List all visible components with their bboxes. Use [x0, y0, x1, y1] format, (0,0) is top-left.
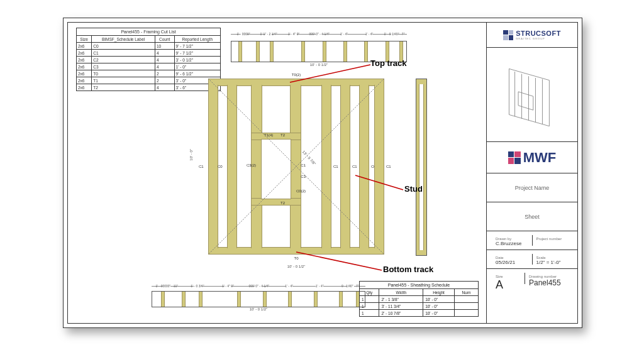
sched-cell: 2' - 10 7/8" [379, 310, 423, 317]
dim-segment: 1' 1" - 2 1/4" [256, 30, 281, 38]
stud-label: C3 [301, 175, 306, 178]
mwf-logo: MWF [487, 142, 577, 173]
stud-label: C1 [301, 163, 306, 167]
sched-cell: 3' - 11 3/4" [379, 303, 423, 310]
sched-h: Height [423, 289, 455, 296]
scale-val: 1/2" = 1'-0" [536, 260, 569, 265]
cutlist-cell: T1 [92, 77, 155, 84]
cutlist-cell: 2 [155, 70, 174, 77]
botview-width: 10' - 0 1/2" [152, 307, 365, 311]
cutlist-cell: T0 [92, 70, 155, 77]
drawn-by-val: C.Bruzzese [496, 241, 528, 246]
title-block: STRUCSOFT GRAITEC GROUP [486, 23, 577, 323]
elevation-width: 10' - 0 1/2" [208, 265, 384, 268]
cutlist-cell: 9' - 7 1/2" [174, 50, 220, 57]
cutlist-cell: 9' - 7 1/2" [174, 43, 220, 50]
stud-mark [263, 292, 267, 307]
stud-mark [364, 41, 368, 62]
cutlist-h3: Reported Length [174, 36, 220, 43]
sched-cell: 1 [360, 303, 379, 310]
cutlist-cell: 2x6 [77, 63, 92, 70]
cripple-label: T1(4) [264, 133, 273, 137]
stud-mark [237, 292, 241, 307]
cutlist-cell: 4 [155, 63, 174, 70]
stud-mark [238, 41, 242, 62]
dim-segment: -000' 0" - 4 1/4" [243, 282, 274, 290]
cutlist-cell: C3 [92, 63, 155, 70]
cutlist-cell: 2x6 [77, 70, 92, 77]
sched-cell: 2' - 1 3/8" [379, 296, 423, 303]
cutlist-h2: Count [155, 36, 174, 43]
elevation-height: 10' - 0" [189, 149, 193, 161]
side-section-view [416, 79, 427, 256]
callout-top-track: Top track [370, 58, 407, 68]
cutlist-cell: 4 [155, 57, 174, 63]
jack-label: C0(2) [296, 189, 306, 193]
stud: C0 [227, 85, 237, 248]
sched-cell: 1 [360, 296, 379, 303]
stud: C1 [340, 85, 350, 248]
project-number-key: Project number [536, 237, 569, 241]
dim-segment: 1' - 4" 0" [281, 30, 306, 38]
stud-mark [314, 292, 318, 307]
dim-segment: 1' - 00000" - 11" [152, 282, 182, 290]
stud-label: C1 [352, 165, 357, 168]
logo-mark-icon [508, 151, 521, 164]
sched-cell [454, 296, 478, 303]
dim-segment: 1' - 4" [274, 282, 304, 290]
cutlist-cell: 2 [155, 77, 174, 84]
sched-cell [454, 310, 478, 317]
stud-mark [288, 292, 292, 307]
sched-cell: 10' - 0" [423, 296, 455, 303]
cutlist-cell: 4 [155, 84, 174, 91]
stud: C1 [321, 85, 331, 248]
stud-mark [161, 292, 165, 307]
sheet-name-field: Sheet [487, 202, 577, 231]
sched-cell [454, 303, 478, 310]
king-stud-right [290, 85, 301, 248]
svg-marker-5 [509, 69, 549, 126]
cutlist-cell: 1' - 0" [174, 63, 220, 70]
drawing-number-val: Panel455 [529, 278, 569, 287]
cutlist-cell: 3' - 0 1/2" [174, 57, 220, 63]
window-opening: T1(4) T2 T2 C3(2) C1 C3 C0(2) [261, 139, 291, 199]
dim-segment: 1' - 0 1/40" - 7" [382, 30, 407, 38]
cutlist-cell: 2x6 [77, 77, 92, 84]
dim-segment: 1' - 4" [304, 282, 335, 290]
dim-segment: 1' - 4" 0" [213, 282, 243, 290]
cutlist-title: Panel455 - Framing Cut List [76, 28, 221, 35]
stud-label: C1 [333, 165, 338, 168]
dim-segment: 1' - 4" [331, 30, 357, 38]
svg-marker-11 [518, 92, 533, 110]
sheathing-schedule: Panel455 - Sheathing Schedule Qty Width … [359, 281, 479, 317]
sched-h: Num [454, 289, 478, 296]
dim-segment: -000' 0" - 4 1/4" [306, 30, 331, 38]
sched-h: Width [379, 289, 423, 296]
sched-cell: 1 [360, 310, 379, 317]
stud-mark [323, 41, 326, 62]
cutlist-cell: 2x6 [77, 57, 92, 63]
cripple-label: T2 [280, 133, 285, 137]
isometric-thumbnail [487, 48, 577, 142]
stud-label: C0 [218, 165, 223, 168]
strucsoft-subtext: GRAITEC GROUP [516, 37, 561, 40]
project-name-field: Project Name [487, 173, 577, 202]
wall-elevation: T0(2) T0 C1C0C1C1C0C1 T1(4) T2 T2 C3(2) … [208, 79, 384, 255]
drawing-sheet: Panel455 - Framing Cut List Size BIMSF_S… [63, 18, 582, 328]
cutlist-h1: BIMSF_Schedule Label [92, 36, 155, 43]
stud-label: C1 [386, 165, 391, 168]
cutlist-cell: C2 [92, 57, 155, 63]
framing-cut-list: Panel455 - Framing Cut List Size BIMSF_S… [76, 28, 221, 91]
cutlist-cell: C1 [92, 50, 155, 57]
dim-segment: 1' - 4" [357, 30, 382, 38]
bottom-plan-view: 1' - 00000" - 11"1' - 0 3/4"1' - 4" 0"-0… [152, 282, 365, 312]
sched-title: Panel455 - Sheathing Schedule [359, 281, 479, 288]
cutlist-cell: C0 [92, 43, 155, 50]
dim-segment: 1' - 0000" [231, 30, 256, 38]
dim-segment: 1' - 0 3/4" [182, 282, 213, 290]
cutlist-cell: 2x6 [77, 84, 92, 91]
cutlist-cell: 9' - 6 1/2" [174, 70, 220, 77]
callout-stud: Stud [404, 184, 423, 194]
stud: C1 [374, 85, 384, 248]
cutlist-cell: 4 [155, 50, 174, 57]
